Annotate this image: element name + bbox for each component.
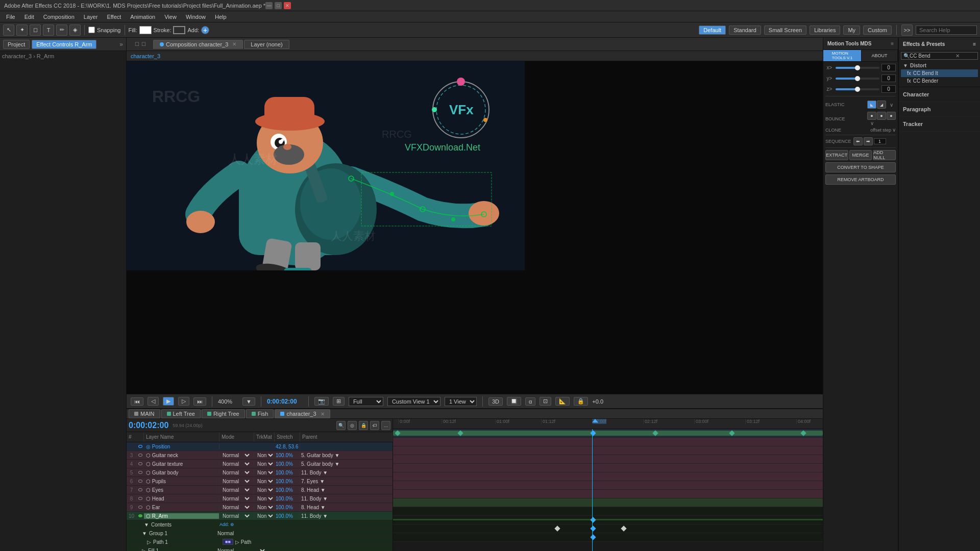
mt-bounce-expand[interactable]: ∨ [867, 120, 876, 126]
close-button[interactable]: ✕ [284, 2, 291, 9]
menu-file[interactable]: File [2, 13, 19, 21]
mode-select-3[interactable]: Normal [220, 452, 251, 459]
menu-effect[interactable]: Effect [103, 13, 125, 21]
fill-color-swatch[interactable] [139, 26, 152, 34]
snapping-checkbox[interactable] [88, 27, 95, 33]
mt-bounce-btn-1[interactable]: ● [867, 112, 876, 120]
mt-x-value[interactable] [881, 64, 896, 71]
layer-row-7[interactable]: 7 ⬡ Eyes Normal None 100.0% 8. Head ▼ [127, 486, 393, 494]
ep-search-input[interactable] [910, 53, 955, 59]
viewer-grid-btn[interactable]: ⊞ [333, 397, 345, 406]
tl-tab-character3[interactable]: character_3 ✕ [275, 409, 330, 418]
layer-row-10[interactable]: 10 ⬡ R_Arm Normal None 100.0% 11. Body ▼ [127, 512, 393, 520]
viewer-timeline-btn[interactable]: ⏮ [131, 397, 143, 406]
viewer-safe-btn[interactable]: ⊡ [540, 397, 551, 406]
mt-x-thumb[interactable] [855, 65, 860, 70]
layer-row-6[interactable]: 6 ⬡ Pupils Normal None 100.0% 7. Eyes ▼ [127, 477, 393, 486]
mt-elastic-btn-1[interactable]: ◣ [867, 101, 876, 109]
ep-item-cc-bender[interactable]: fx CC Bender [901, 77, 978, 85]
layer-row-path1[interactable]: ▷Path 1 ■■ ▷ Path [127, 538, 393, 546]
select-tool[interactable]: ↖ [3, 24, 14, 36]
preset-custom[interactable]: Custom [863, 26, 892, 35]
kf-fill1[interactable] [590, 534, 596, 540]
mt-z-value[interactable] [881, 85, 896, 93]
mt-elastic-expand[interactable]: ∨ [887, 101, 896, 109]
add-content-btn[interactable]: Add: ⊕ [219, 522, 234, 527]
mt-extract-btn[interactable]: EXTRACT [825, 150, 848, 160]
menu-window[interactable]: Window [182, 13, 210, 21]
layer-row-fill1[interactable]: ▷Fill 1 Normal [127, 546, 393, 551]
stroke-color-swatch[interactable] [173, 26, 185, 34]
left-panel-expand[interactable]: » [119, 41, 123, 48]
tl-tab-left-tree[interactable]: Left Tree [161, 409, 201, 418]
viewer-quality-select[interactable]: FullHalfQuarter [349, 397, 383, 406]
mode-select-10[interactable]: Normal [220, 513, 251, 519]
tab-project[interactable]: Project [3, 40, 30, 49]
mt-convert-shape-btn[interactable]: CONVERT TO SHAPE [825, 162, 896, 172]
mt-z-slider[interactable] [836, 88, 879, 90]
tl-tab-right-tree[interactable]: Right Tree [202, 409, 245, 418]
viewer-zoom-select[interactable]: ▼ [242, 397, 255, 406]
ep-folder-distort[interactable]: ▼ Distort [901, 62, 978, 69]
layer-row-position[interactable]: ◎ Position 42.8, 53.6 [127, 442, 393, 451]
tl-icon-more[interactable]: … [381, 421, 390, 430]
pen-tool[interactable]: ✦ [16, 24, 28, 36]
maximize-button[interactable]: □ [275, 2, 282, 9]
layer-row-5[interactable]: 5 ⬡ Guitar body Normal None 100.0% 11. B… [127, 468, 393, 477]
preset-libraries[interactable]: Libraries [810, 26, 840, 35]
mt-seq-value[interactable] [874, 138, 886, 144]
trmmt-select-3[interactable]: None [255, 452, 275, 459]
viewer-play-btn[interactable]: ▶ [163, 397, 174, 406]
mt-z-thumb[interactable] [855, 87, 860, 92]
motion-tools-collapse[interactable]: ≡ [891, 41, 894, 46]
kf-path1-3[interactable] [621, 525, 626, 531]
layer-row-8[interactable]: 8 ⬡ Head Normal None 100.0% 11. Body ▼ [127, 494, 393, 503]
viewer-3d-btn[interactable]: 3D [488, 397, 503, 406]
tl-icon-label[interactable]: 🏷 [370, 421, 379, 430]
text-tool[interactable]: T [43, 24, 54, 36]
tl-icon-lock[interactable]: 🔒 [359, 421, 368, 430]
mt-bounce-btn-3[interactable]: ● [887, 112, 896, 120]
mode-select-7[interactable]: Normal [220, 487, 251, 493]
viewer-prev-frame[interactable]: ◁ [148, 397, 159, 406]
menu-animation[interactable]: Animation [126, 13, 159, 21]
menu-help[interactable]: Help [211, 13, 231, 21]
ep-search-clear[interactable]: ✕ [955, 53, 960, 59]
layer-row-group1[interactable]: ▼Group 1 Normal [127, 529, 393, 538]
mode-select-9[interactable]: Normal [220, 504, 251, 511]
paragraph-title[interactable]: Paragraph [903, 104, 976, 114]
layer-row-contents[interactable]: ▼Contents Add: ⊕ [127, 520, 393, 529]
mt-remove-artboard-btn[interactable]: REMOVE ARTBOARD [825, 174, 896, 185]
tl-tab-fish[interactable]: Fish [246, 409, 274, 418]
mt-y-value[interactable] [881, 74, 896, 82]
tl-tab-main[interactable]: MAIN [129, 409, 160, 418]
preset-default[interactable]: Default [699, 26, 726, 35]
mt-x-slider[interactable] [836, 67, 879, 69]
search-help-input[interactable] [916, 26, 977, 35]
viewer-end-btn[interactable]: ⏭ [193, 397, 206, 406]
viewer-camera-btn[interactable]: 📷 [314, 397, 329, 406]
viewer-rulers-btn[interactable]: 📐 [555, 397, 570, 406]
viewer-lock-btn[interactable]: 🔒 [574, 397, 588, 406]
comp-tab-close[interactable]: ✕ [232, 41, 236, 47]
mt-elastic-btn-2[interactable]: ◢ [877, 101, 886, 109]
fill1-mode-select[interactable] [236, 547, 266, 551]
mp-tab-about[interactable]: ABOUT [862, 50, 898, 61]
mt-y-thumb[interactable] [855, 76, 860, 81]
add-button[interactable]: + [201, 26, 209, 34]
layer-row-9[interactable]: 9 ⬡ Ear Normal None 100.0% 8. Head ▼ [127, 503, 393, 512]
kf-path1-2[interactable] [590, 525, 596, 531]
trmmt-select-10[interactable]: None [255, 513, 275, 519]
trmmt-select-5[interactable]: None [255, 469, 275, 476]
tl-icon-search[interactable]: 🔍 [336, 421, 346, 430]
tab-effect-controls[interactable]: Effect Controls R_Arm [32, 40, 96, 49]
ep-item-cc-bend-it[interactable]: fx CC Bend It [901, 69, 978, 77]
character-title[interactable]: Character [903, 89, 976, 99]
mt-seq-left[interactable]: ⬅ [853, 137, 863, 145]
mt-add-null-btn[interactable]: ADD NULL [873, 150, 896, 160]
trmmt-select-6[interactable]: None [255, 478, 275, 485]
viewer-view-count-select[interactable]: 1 View [445, 397, 477, 406]
menu-view[interactable]: View [160, 13, 181, 21]
preset-standard[interactable]: Standard [729, 26, 761, 35]
mode-select-4[interactable]: Normal [220, 461, 251, 467]
